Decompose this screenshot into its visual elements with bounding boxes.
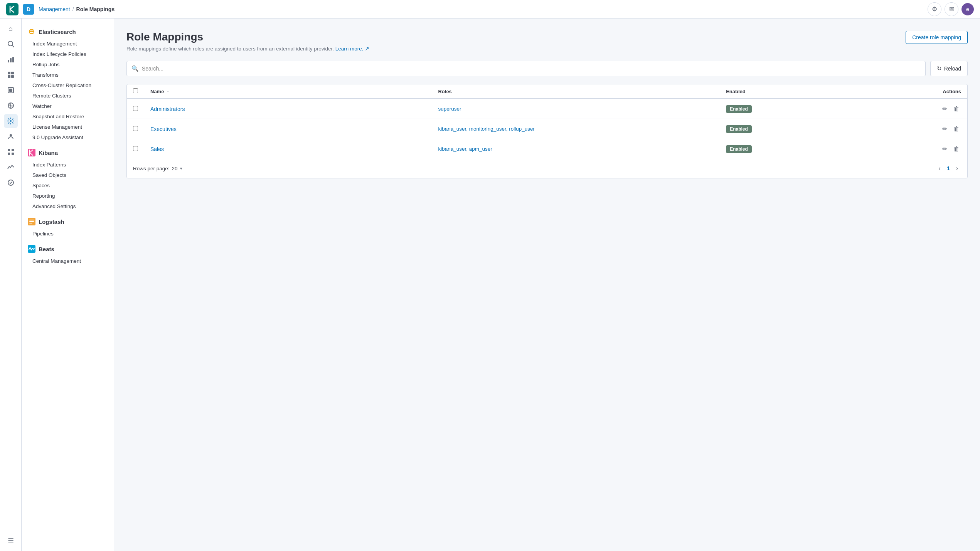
rows-per-page-label: Rows per page:	[133, 166, 170, 171]
sidebar-item-index-lifecycle-policies[interactable]: Index Lifecycle Policies	[22, 49, 114, 59]
edit-administrators-button[interactable]: ✏	[941, 104, 949, 114]
search-icon: 🔍	[131, 65, 139, 72]
cell-enabled-executives: Enabled	[720, 119, 844, 139]
reload-icon: ↻	[937, 65, 942, 72]
cell-roles-executives: kibana_user, monitoring_user, rollup_use…	[432, 119, 720, 139]
sidebar-item-transforms[interactable]: Transforms	[22, 70, 114, 80]
rail-visualize-icon[interactable]	[4, 52, 18, 66]
row-checkbox-sales	[127, 139, 144, 159]
rail-apm-icon[interactable]	[4, 176, 18, 190]
svg-rect-14	[8, 149, 10, 151]
executives-link[interactable]: Executives	[150, 126, 177, 132]
col-header-roles: Roles	[432, 84, 720, 99]
select-executives-checkbox[interactable]	[133, 126, 138, 131]
user-avatar[interactable]: e	[961, 3, 974, 15]
sidebar-item-central-management[interactable]: Central Management	[22, 256, 114, 266]
sales-link[interactable]: Sales	[150, 146, 164, 152]
sidebar-section-header-elasticsearch: Elasticsearch	[22, 25, 114, 39]
sort-icon-name: ↑	[167, 89, 169, 94]
cell-name-administrators: Administrators	[144, 99, 432, 119]
sidebar-item-rollup-jobs[interactable]: Rollup Jobs	[22, 59, 114, 70]
delete-executives-button[interactable]: 🗑	[952, 124, 961, 134]
page-title: Role Mappings	[126, 31, 369, 43]
sidebar-item-advanced-settings[interactable]: Advanced Settings	[22, 201, 114, 212]
breadcrumb-current: Role Mappings	[76, 6, 115, 12]
rail-maps-icon[interactable]	[4, 99, 18, 113]
svg-rect-20	[30, 30, 34, 31]
settings-icon-btn[interactable]: ⚙	[928, 2, 941, 16]
actions-cell-administrators: ✏ 🗑	[850, 104, 961, 114]
sidebar-section-header-kibana: Kibana	[22, 146, 114, 160]
svg-rect-8	[11, 75, 14, 78]
sidebar-item-watcher[interactable]: Watcher	[22, 101, 114, 111]
administrators-link[interactable]: Administrators	[150, 106, 185, 112]
sidebar-item-cross-cluster-replication[interactable]: Cross-Cluster Replication	[22, 80, 114, 91]
sidebar-item-remote-clusters[interactable]: Remote Clusters	[22, 91, 114, 101]
sidebar-section-logstash: Logstash Pipelines	[22, 215, 114, 239]
beats-section-icon	[28, 245, 35, 253]
edit-executives-button[interactable]: ✏	[941, 124, 949, 134]
elasticsearch-section-icon	[28, 28, 35, 35]
sidebar: Elasticsearch Index Management Index Lif…	[22, 18, 114, 551]
svg-rect-10	[9, 89, 12, 92]
rail-management-icon[interactable]	[4, 114, 18, 128]
search-input[interactable]	[142, 66, 921, 72]
current-page-number: 1	[947, 165, 950, 171]
sidebar-item-pipelines[interactable]: Pipelines	[22, 228, 114, 239]
breadcrumb-parent[interactable]: Management	[39, 6, 70, 12]
svg-rect-7	[8, 75, 10, 78]
select-sales-checkbox[interactable]	[133, 146, 138, 151]
enabled-badge-administrators: Enabled	[726, 105, 752, 113]
col-header-name[interactable]: Name ↑	[144, 84, 432, 99]
reload-label: Reload	[944, 66, 961, 72]
rail-dashboard-icon[interactable]	[4, 68, 18, 82]
sidebar-item-index-management[interactable]: Index Management	[22, 39, 114, 49]
sidebar-item-reporting[interactable]: Reporting	[22, 191, 114, 201]
svg-rect-16	[8, 153, 10, 155]
cell-roles-sales: kibana_user, apm_user	[432, 139, 720, 159]
rail-monitoring-icon[interactable]	[4, 160, 18, 174]
delete-administrators-button[interactable]: 🗑	[952, 104, 961, 114]
svg-rect-22	[28, 149, 35, 156]
cell-name-executives: Executives	[144, 119, 432, 139]
rows-per-page-value: 20	[172, 166, 178, 171]
logstash-section-icon	[28, 218, 35, 225]
rail-users-icon[interactable]	[4, 129, 18, 143]
sidebar-item-saved-objects[interactable]: Saved Objects	[22, 170, 114, 180]
rail-extensions-icon[interactable]	[4, 145, 18, 159]
cell-enabled-administrators: Enabled	[720, 99, 844, 119]
rows-per-page-control[interactable]: Rows per page: 20 ▾	[133, 166, 182, 171]
cell-roles-administrators: superuser	[432, 99, 720, 119]
notifications-icon-btn[interactable]: ✉	[945, 2, 958, 16]
cell-name-sales: Sales	[144, 139, 432, 159]
learn-more-link[interactable]: Learn more. ↗	[335, 46, 370, 52]
elasticsearch-label: Elasticsearch	[39, 29, 76, 35]
svg-rect-26	[29, 223, 32, 223]
pagination-row: Rows per page: 20 ▾ ‹ 1 ›	[127, 159, 967, 178]
select-all-checkbox[interactable]	[133, 88, 138, 93]
sidebar-item-upgrade-assistant[interactable]: 9.0 Upgrade Assistant	[22, 132, 114, 143]
edit-sales-button[interactable]: ✏	[941, 144, 949, 154]
sidebar-item-index-patterns[interactable]: Index Patterns	[22, 160, 114, 170]
rail-collapse-icon[interactable]: ☰	[4, 534, 18, 548]
user-avatar-d[interactable]: D	[23, 4, 34, 15]
sidebar-item-snapshot-and-restore[interactable]: Snapshot and Restore	[22, 111, 114, 122]
previous-page-button[interactable]: ‹	[936, 163, 944, 173]
cell-actions-executives: ✏ 🗑	[844, 119, 967, 139]
role-mappings-table: Name ↑ Roles Enabled Actions	[126, 84, 968, 178]
rail-discover-icon[interactable]	[4, 37, 18, 51]
delete-sales-button[interactable]: 🗑	[952, 144, 961, 154]
next-page-button[interactable]: ›	[953, 163, 961, 173]
col-header-enabled: Enabled	[720, 84, 844, 99]
select-administrators-checkbox[interactable]	[133, 106, 138, 111]
topbar: D Management / Role Mappings ⚙ ✉ e	[0, 0, 980, 18]
reload-button[interactable]: ↻ Reload	[930, 61, 968, 76]
rail-home-icon[interactable]: ⌂	[4, 22, 18, 35]
create-role-mapping-button[interactable]: Create role mapping	[906, 31, 968, 44]
table-row: Executives kibana_user, monitoring_user,…	[127, 119, 967, 139]
sidebar-item-spaces[interactable]: Spaces	[22, 180, 114, 191]
rail-canvas-icon[interactable]	[4, 83, 18, 97]
col-header-actions: Actions	[844, 84, 967, 99]
sidebar-item-license-management[interactable]: License Management	[22, 122, 114, 132]
app-logo[interactable]	[6, 3, 19, 15]
